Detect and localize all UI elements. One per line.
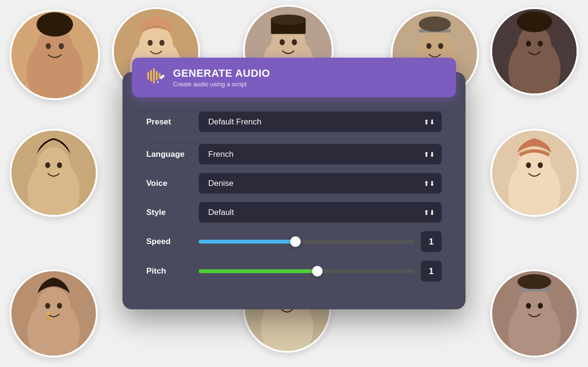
svg-point-5 (37, 12, 73, 37)
dialog-content: Preset Default French Default English De… (122, 97, 466, 295)
pitch-label: Pitch (146, 266, 199, 276)
language-control: French English Spanish German ⬆⬇ (199, 144, 442, 164)
pitch-slider-row: 1 (199, 261, 442, 282)
svg-rect-64 (156, 71, 158, 81)
svg-point-4 (59, 43, 64, 49)
style-label: Style (146, 208, 199, 217)
speed-slider-row: 1 (199, 231, 442, 252)
avatar-1 (10, 10, 100, 100)
header-text: GENERATE AUDIO Create audio using a scri… (173, 67, 270, 88)
svg-rect-62 (150, 70, 152, 82)
svg-point-45 (57, 303, 62, 308)
pitch-row: Pitch 1 (146, 261, 442, 282)
svg-point-17 (271, 14, 306, 25)
svg-point-34 (45, 162, 51, 168)
language-row: Language French English Spanish German ⬆… (146, 144, 442, 164)
language-label: Language (146, 150, 199, 159)
avatar-8 (10, 269, 98, 357)
svg-point-57 (526, 303, 531, 308)
svg-point-39 (526, 162, 531, 168)
preset-row: Preset Default French Default English De… (146, 112, 442, 132)
speed-row: Speed 1 (146, 231, 442, 252)
svg-point-29 (538, 41, 543, 46)
avatar-10 (490, 269, 578, 357)
separator-1 (146, 136, 442, 136)
svg-point-21 (426, 43, 432, 49)
svg-point-24 (419, 17, 451, 32)
generate-audio-dialog: GENERATE AUDIO Create audio using a scri… (122, 72, 466, 309)
dialog-header: GENERATE AUDIO Create audio using a scri… (132, 58, 456, 97)
audio-icon (146, 66, 165, 89)
style-select-wrapper: Default Cheerful Sad ⬆⬇ (199, 202, 442, 223)
pitch-value: 1 (421, 261, 442, 282)
pitch-control: 1 (199, 261, 442, 282)
style-select[interactable]: Default Cheerful Sad (199, 202, 442, 223)
svg-rect-60 (518, 289, 550, 291)
svg-point-47 (47, 312, 50, 315)
svg-point-35 (57, 162, 62, 168)
header-title: GENERATE AUDIO (173, 67, 270, 80)
style-control: Default Cheerful Sad ⬆⬇ (199, 202, 442, 223)
style-row: Style Default Cheerful Sad ⬆⬇ (146, 202, 442, 223)
speed-thumb[interactable] (290, 236, 301, 247)
preset-label: Preset (146, 117, 199, 127)
speed-label: Speed (146, 237, 199, 246)
svg-point-28 (526, 41, 531, 46)
speed-slider[interactable] (199, 240, 414, 244)
voice-row: Voice Denise Marie Pierre ⬆⬇ (146, 173, 442, 194)
svg-marker-67 (157, 81, 159, 83)
svg-point-14 (280, 39, 285, 45)
preset-select[interactable]: Default French Default English Default S… (199, 112, 442, 132)
svg-rect-61 (147, 72, 149, 80)
svg-point-10 (160, 40, 165, 46)
language-select-wrapper: French English Spanish German ⬆⬇ (199, 144, 442, 164)
svg-point-46 (46, 316, 51, 321)
voice-select[interactable]: Denise Marie Pierre (199, 173, 442, 194)
language-select[interactable]: French English Spanish German (199, 144, 442, 164)
avatar-7 (490, 129, 578, 217)
header-subtitle: Create audio using a script (173, 81, 270, 88)
preset-control: Default French Default English Default S… (199, 112, 442, 132)
pitch-thumb[interactable] (312, 266, 323, 276)
speed-value: 1 (421, 231, 442, 252)
svg-point-59 (517, 274, 551, 289)
svg-rect-63 (153, 68, 155, 83)
svg-point-22 (438, 43, 444, 49)
svg-point-15 (292, 39, 297, 45)
avatar-5 (490, 7, 578, 95)
voice-control: Denise Marie Pierre ⬆⬇ (199, 173, 442, 194)
svg-point-40 (538, 162, 543, 168)
svg-point-30 (517, 11, 552, 32)
avatar-6 (10, 129, 98, 217)
speed-control: 1 (199, 231, 442, 252)
preset-select-wrapper: Default French Default English Default S… (199, 112, 442, 132)
pitch-slider[interactable] (199, 269, 414, 273)
voice-select-wrapper: Denise Marie Pierre ⬆⬇ (199, 173, 442, 194)
svg-point-3 (46, 43, 51, 49)
svg-point-58 (538, 303, 543, 308)
voice-label: Voice (146, 179, 199, 188)
svg-point-44 (45, 303, 51, 308)
svg-point-9 (148, 40, 153, 46)
